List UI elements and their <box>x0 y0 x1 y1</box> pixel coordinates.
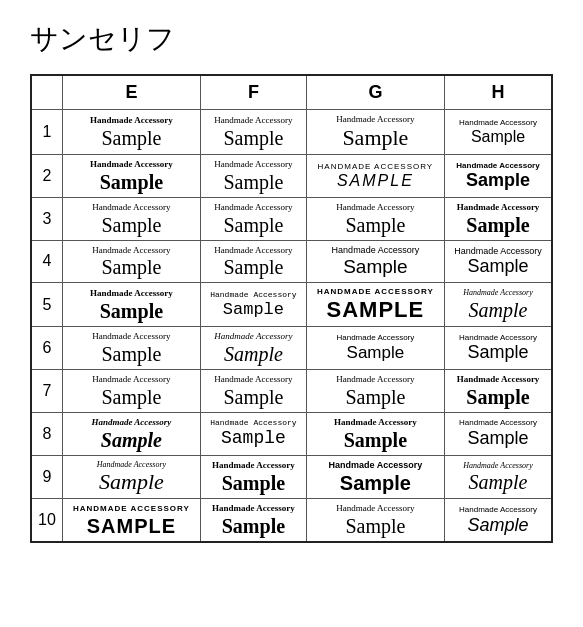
cell-r9-c1: Handmade AccessorySample <box>201 455 307 499</box>
row-num-1: 1 <box>31 110 62 155</box>
col-header-f: F <box>201 75 307 110</box>
cell-sub-label: Handmade Accessory <box>90 288 173 299</box>
cell-sub-label: Handmade Accessory <box>456 161 539 171</box>
row-num-6: 6 <box>31 327 62 370</box>
cell-sub-label: Handmade Accessory <box>336 503 414 514</box>
row-num-9: 9 <box>31 455 62 499</box>
table-row: 5Handmade AccessorySampleHandmade Access… <box>31 283 552 327</box>
table-row: 4Handmade AccessorySampleHandmade Access… <box>31 240 552 283</box>
cell-main-label: Sample <box>99 470 164 494</box>
cell-sub-label: Handmade Accessory <box>463 461 532 471</box>
cell-sub-label: Handmade Accessory <box>457 374 540 385</box>
table-row: 1Handmade AccessorySampleHandmade Access… <box>31 110 552 155</box>
cell-sub-label: Handmade Accessory <box>457 202 540 213</box>
cell-main-label: Sample <box>467 429 528 449</box>
cell-sub-label: Handmade Accessory <box>463 288 532 298</box>
cell-sub-label: Handmade Accessory <box>214 245 292 256</box>
cell-main-label: Sample <box>343 257 407 278</box>
col-header-h: H <box>445 75 553 110</box>
cell-r3-c2: Handmade AccessorySample <box>306 197 444 240</box>
cell-main-label: Sample <box>345 386 405 408</box>
row-num-3: 3 <box>31 197 62 240</box>
cell-r6-c1: Handmade AccessorySample <box>201 327 307 370</box>
cell-sub-label: Handmade Accessory <box>210 290 296 300</box>
cell-main-label: Sample <box>471 128 525 146</box>
table-row: 9Handmade AccessorySampleHandmade Access… <box>31 455 552 499</box>
cell-r1-c3: Handmade AccessorySample <box>445 110 553 155</box>
cell-r4-c0: Handmade AccessorySample <box>62 240 200 283</box>
cell-sub-label: Handmade Accessory <box>214 115 292 126</box>
cell-r3-c0: Handmade AccessorySample <box>62 197 200 240</box>
cell-r2-c1: Handmade AccessorySample <box>201 154 307 197</box>
cell-main-label: Sample <box>345 214 405 236</box>
cell-sub-label: Handmade Accessory <box>212 460 295 471</box>
cell-r4-c2: Handmade AccessorySample <box>306 240 444 283</box>
cell-sub-label: Handmade Accessory <box>210 418 296 428</box>
cell-r3-c1: Handmade AccessorySample <box>201 197 307 240</box>
cell-sub-label: Handmade Accessory <box>459 333 537 343</box>
row-num-5: 5 <box>31 283 62 327</box>
cell-r10-c1: Handmade AccessorySample <box>201 499 307 542</box>
col-header-g: G <box>306 75 444 110</box>
cell-main-label: Sample <box>342 126 408 150</box>
cell-main-label: Sample <box>223 386 283 408</box>
cell-main-label: SAMPLE <box>327 298 425 322</box>
cell-r2-c0: Handmade AccessorySample <box>62 154 200 197</box>
cell-r7-c2: Handmade AccessorySample <box>306 369 444 412</box>
cell-r5-c0: Handmade AccessorySample <box>62 283 200 327</box>
cell-r2-c3: Handmade AccessorySample <box>445 154 553 197</box>
cell-main-label: Sample <box>100 300 163 322</box>
cell-main-label: Sample <box>466 386 529 408</box>
cell-r1-c0: Handmade AccessorySample <box>62 110 200 155</box>
cell-sub-label: Handmade Accessory <box>336 374 414 385</box>
table-row: 3Handmade AccessorySampleHandmade Access… <box>31 197 552 240</box>
cell-sub-label: Handmade Accessory <box>336 333 414 343</box>
cell-sub-label: Handmade Accessory <box>97 460 166 470</box>
cell-main-label: Sample <box>345 515 405 537</box>
font-sample-table: E F G H 1Handmade AccessorySampleHandmad… <box>30 74 553 543</box>
table-row: 7Handmade AccessorySampleHandmade Access… <box>31 369 552 412</box>
cell-r5-c3: Handmade AccessorySample <box>445 283 553 327</box>
cell-sub-label: HANDMADE ACCESSORY <box>317 287 434 297</box>
cell-r6-c2: Handmade AccessorySample <box>306 327 444 370</box>
cell-sub-label: Handmade Accessory <box>336 114 414 125</box>
cell-r7-c1: Handmade AccessorySample <box>201 369 307 412</box>
cell-r10-c3: Handmade AccessorySample <box>445 499 553 542</box>
cell-main-label: Sample <box>101 386 161 408</box>
cell-r1-c2: Handmade AccessorySample <box>306 110 444 155</box>
cell-r2-c2: HANDMADE ACCESSORYSAMPLE <box>306 154 444 197</box>
cell-main-label: Sample <box>223 301 284 320</box>
cell-r7-c3: Handmade AccessorySample <box>445 369 553 412</box>
cell-r9-c2: Handmade AccessorySample <box>306 455 444 499</box>
cell-main-label: Sample <box>467 516 528 536</box>
cell-r8-c3: Handmade AccessorySample <box>445 412 553 455</box>
cell-r6-c3: Handmade AccessorySample <box>445 327 553 370</box>
cell-r4-c1: Handmade AccessorySample <box>201 240 307 283</box>
cell-main-label: Sample <box>467 343 528 363</box>
cell-r10-c2: Handmade AccessorySample <box>306 499 444 542</box>
table-row: 8Handmade AccessorySampleHandmade Access… <box>31 412 552 455</box>
col-header-e: E <box>62 75 200 110</box>
cell-r6-c0: Handmade AccessorySample <box>62 327 200 370</box>
cell-main-label: Sample <box>223 171 283 193</box>
cell-main-label: Sample <box>223 127 283 149</box>
cell-sub-label: Handmade Accessory <box>92 331 170 342</box>
cell-main-label: Sample <box>101 429 162 451</box>
row-num-2: 2 <box>31 154 62 197</box>
cell-main-label: Sample <box>222 515 285 537</box>
cell-sub-label: Handmade Accessory <box>92 202 170 213</box>
cell-sub-label: Handmade Accessory <box>459 118 537 128</box>
cell-main-label: Sample <box>347 344 405 363</box>
cell-main-label: Sample <box>344 429 407 451</box>
cell-sub-label: HANDMADE ACCESSORY <box>318 162 434 172</box>
cell-main-label: SAMPLE <box>337 172 414 190</box>
cell-main-label: SAMPLE <box>87 515 176 537</box>
cell-main-label: Sample <box>221 429 286 449</box>
cell-main-label: Sample <box>469 471 528 493</box>
cell-r8-c0: Handmade AccessorySample <box>62 412 200 455</box>
table-row: 2Handmade AccessorySampleHandmade Access… <box>31 154 552 197</box>
cell-r8-c1: Handmade AccessorySample <box>201 412 307 455</box>
row-num-10: 10 <box>31 499 62 542</box>
cell-r4-c3: Handmade AccessorySample <box>445 240 553 283</box>
cell-sub-label: Handmade Accessory <box>214 202 292 213</box>
